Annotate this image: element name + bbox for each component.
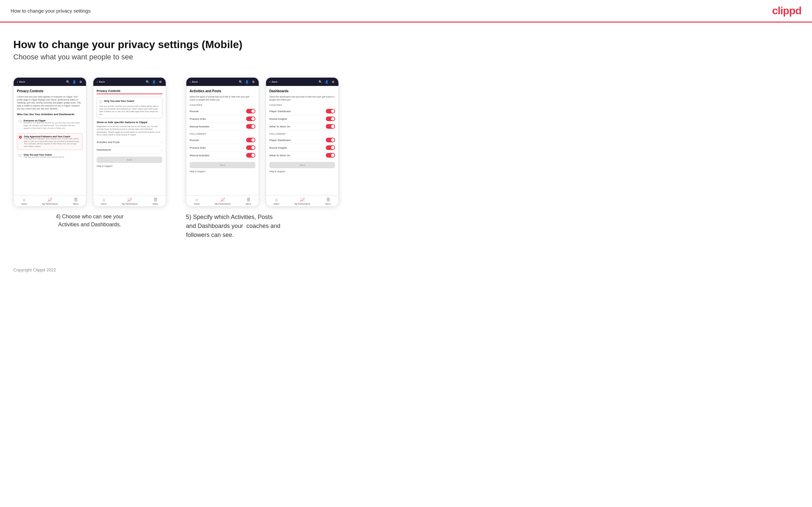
save-button-2[interactable]: Save (97, 157, 162, 163)
toggle-manual-followers-switch[interactable] (246, 153, 255, 158)
screen4-title: Dashboards (269, 89, 335, 93)
toggle-work-on-coaches-switch[interactable] (326, 124, 335, 129)
back-arrow-4-icon[interactable]: ‹ (269, 80, 270, 83)
phone-screen-4: ‹ Back 🔍 👤 ⚙ Dashboards Select the dashb… (266, 77, 339, 207)
toggle-work-on-coaches-label: What To Work On (269, 125, 290, 128)
search-icon-2[interactable]: 🔍 (146, 79, 150, 84)
screen4-desc: Select the dashboards that you'd like to… (269, 95, 335, 101)
toggle-player-dash-followers-switch[interactable] (326, 138, 335, 143)
nav-home-label-4: Home (274, 203, 279, 205)
page-heading: How to change your privacy settings (Mob… (13, 39, 799, 51)
radio-desc-3: Only you and the coaches you connect wit… (23, 156, 64, 159)
nav-performance-1[interactable]: 📈 My Performance (42, 198, 58, 205)
nav-menu-label-4: Menu (325, 203, 331, 205)
caption-left: 4) Choose who can see yourActivities and… (56, 213, 123, 229)
bubble-radio-circle (99, 100, 102, 103)
toggle-rounds-coaches-switch[interactable] (246, 109, 255, 113)
radio-only-you[interactable]: Only You and Your Coach Only you and the… (17, 152, 83, 160)
link-activities[interactable]: Activities and Posts › (97, 139, 162, 146)
back-arrow-icon[interactable]: ‹ (17, 80, 18, 83)
chart-icon-4: 📈 (300, 198, 305, 202)
privacy-tab-bar: Privacy Controls (97, 89, 162, 94)
right-phones: ‹ Back 🔍 👤 ⚙ Activities and Posts Select… (186, 77, 339, 207)
settings-icon-2[interactable]: ⚙ (158, 79, 162, 84)
show-hide-title: Show or hide specific features in Clippd (97, 121, 162, 124)
save-button-3[interactable]: Save (190, 162, 255, 168)
toggle-manual-coaches-label: Manual Activities (190, 125, 210, 128)
phone2-nav: ⌂ Home 📈 My Performance ☰ Menu (93, 195, 166, 206)
screen3-title: Activities and Posts (190, 89, 255, 93)
screen1-title: Privacy Controls (17, 89, 83, 93)
toggle-player-dash-coaches-switch[interactable] (326, 109, 335, 113)
bubble-radio-row: Only You and Your Coach (99, 100, 160, 104)
option-bubble: Only You and Your Coach Only you and the… (97, 97, 162, 118)
toggle-manual-followers-label: Manual Activities (190, 154, 210, 157)
back-arrow-2-icon[interactable]: ‹ (97, 80, 98, 83)
person-icon-2[interactable]: 👤 (152, 79, 156, 84)
nav-menu-4[interactable]: ☰ Menu (325, 198, 331, 205)
toggle-rounds-followers-switch[interactable] (246, 138, 255, 143)
nav-home-1[interactable]: ⌂ Home (21, 198, 27, 205)
settings-icon[interactable]: ⚙ (79, 79, 83, 84)
toggle-rounds-coaches-label: Rounds (190, 110, 199, 113)
nav-menu-label: Menu (73, 203, 79, 205)
screen3-desc: Select the types of activity that you'd … (190, 95, 255, 101)
phone1-topbar: ‹ Back 🔍 👤 ⚙ (14, 78, 86, 86)
back-label: Back (19, 80, 25, 83)
radio-approved[interactable]: Only Approved Followers and Your Coach O… (17, 133, 83, 150)
help-label-2: Help & Support (97, 165, 162, 167)
toggle-rounds-followers: Rounds (190, 136, 255, 144)
back-arrow-3-icon[interactable]: ‹ (190, 80, 191, 83)
phone4-body: Dashboards Select the dashboards that yo… (266, 86, 339, 195)
menu-icon-4: ☰ (326, 198, 330, 202)
phone3-nav: ⌂ Home 📈 My Performance ☰ Menu (186, 195, 259, 206)
coaches-label-4: COACHES (269, 104, 335, 106)
nav-home-2[interactable]: ⌂ Home (101, 198, 107, 205)
toggle-drills-followers-switch[interactable] (246, 145, 255, 150)
person-icon-3[interactable]: 👤 (245, 79, 249, 84)
settings-icon-4[interactable]: ⚙ (331, 79, 335, 84)
nav-performance-3[interactable]: 📈 My Performance (215, 198, 231, 205)
nav-home-label: Home (21, 203, 27, 205)
bubble-title: Only You and Your Coach (104, 100, 134, 103)
radio-desc-2: Only approved followers and coaches you … (24, 138, 81, 148)
radio-label-2: Only Approved Followers and Your Coach (24, 135, 81, 138)
menu-icon: ☰ (74, 198, 78, 202)
toggle-manual-coaches-switch[interactable] (246, 124, 255, 129)
toggle-drills-coaches-switch[interactable] (246, 116, 255, 121)
toggle-round-insights-coaches: Round Insights (269, 115, 335, 123)
toggle-drills-followers-label: Practice Drills (190, 146, 206, 149)
nav-menu-2[interactable]: ☰ Menu (153, 198, 158, 205)
link-dashboards[interactable]: Dashboards › (97, 146, 162, 154)
toggle-work-on-followers-switch[interactable] (326, 153, 335, 158)
settings-icon-3[interactable]: ⚙ (251, 79, 255, 84)
phone1-body: Privacy Controls Control how and your da… (14, 86, 86, 195)
nav-menu-3[interactable]: ☰ Menu (246, 198, 251, 205)
back-label-4: Back (272, 80, 277, 83)
search-icon-3[interactable]: 🔍 (239, 79, 243, 84)
phone4-topbar: ‹ Back 🔍 👤 ⚙ (266, 78, 339, 86)
save-button-4[interactable]: Save (269, 162, 335, 168)
toggle-round-insights-followers-switch[interactable] (326, 145, 335, 150)
main-content: How to change your privacy settings (Mob… (0, 22, 812, 260)
radio-everyone[interactable]: Everyone on Clippd Everyone on Clippd ca… (17, 118, 83, 131)
search-icon-4[interactable]: 🔍 (318, 79, 322, 84)
nav-performance-4[interactable]: 📈 My Performance (295, 198, 310, 205)
search-icon[interactable]: 🔍 (66, 79, 70, 84)
toggle-round-insights-coaches-switch[interactable] (326, 116, 335, 121)
person-icon[interactable]: 👤 (72, 79, 77, 84)
nav-performance-label-3: My Performance (215, 203, 231, 205)
toggle-work-on-followers-label: What To Work On (269, 154, 290, 157)
nav-home-3[interactable]: ⌂ Home (194, 198, 200, 205)
chart-icon: 📈 (48, 198, 52, 202)
toggle-rounds-coaches: Rounds (190, 108, 255, 115)
nav-home-4[interactable]: ⌂ Home (274, 198, 279, 205)
nav-menu-1[interactable]: ☰ Menu (73, 198, 79, 205)
person-icon-4[interactable]: 👤 (324, 79, 329, 84)
phone-screen-2: ‹ Back 🔍 👤 ⚙ Privacy Controls (93, 77, 166, 207)
nav-performance-2[interactable]: 📈 My Performance (122, 198, 138, 205)
nav-performance-label: My Performance (42, 203, 58, 205)
coaches-label-3: COACHES (190, 104, 255, 106)
toggle-rounds-followers-label: Rounds (190, 139, 199, 142)
copyright: Copyright Clippd 2022 (13, 268, 56, 272)
